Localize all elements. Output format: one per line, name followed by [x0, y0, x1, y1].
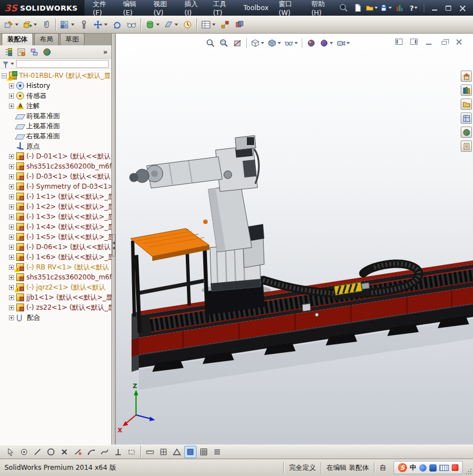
rotate-component-button[interactable]	[110, 17, 124, 32]
expander-icon[interactable]	[9, 214, 14, 220]
pane-left-button[interactable]	[394, 38, 404, 46]
expander-icon[interactable]	[9, 225, 14, 230]
menu-view[interactable]: 视图(V)	[148, 0, 179, 16]
resize-grip[interactable]	[464, 467, 472, 475]
dropdown-icon[interactable]	[294, 42, 298, 44]
tree-item-component[interactable]: shs351c2ss360200b_m6f(	[0, 161, 111, 171]
ruler-button[interactable]	[144, 446, 156, 458]
expander-icon[interactable]	[2, 73, 7, 78]
tree-item-component[interactable]: (-) 1<3> (默认<<默认>_显示	[0, 212, 111, 222]
section-view-button[interactable]	[231, 37, 243, 49]
expander-icon[interactable]	[9, 315, 14, 320]
insert-component-button[interactable]	[21, 17, 39, 32]
mate-button[interactable]	[39, 17, 53, 32]
new-motion-study-button[interactable]	[180, 17, 194, 32]
tree-item-history[interactable]: History	[0, 81, 111, 91]
expander-icon[interactable]	[9, 154, 14, 159]
spline-button[interactable]	[99, 446, 111, 458]
tree-item-component[interactable]: (-) zs22<1> (默认<默认_显	[0, 302, 111, 312]
erase-button[interactable]	[58, 446, 71, 458]
expander-icon[interactable]	[9, 104, 14, 109]
menu-help[interactable]: 帮助(H)	[306, 0, 338, 16]
language-mode-indicator[interactable]: 中	[410, 463, 416, 473]
model-scene[interactable]: Z X	[116, 34, 473, 445]
show-hidden-components-button[interactable]	[124, 17, 138, 32]
tree-item-right-plane[interactable]: 右视基准面	[0, 131, 111, 141]
dropdown-icon[interactable]	[34, 24, 37, 26]
point-button[interactable]	[18, 446, 30, 458]
help-button[interactable]: ?	[408, 2, 420, 14]
expander-icon[interactable]	[9, 285, 14, 290]
sogou-input-icon[interactable]: S	[398, 463, 407, 472]
expander-icon[interactable]	[9, 174, 14, 179]
pattern-grid-button[interactable]	[198, 446, 210, 458]
smart-fasteners-button[interactable]	[77, 17, 91, 32]
view-orientation-button[interactable]	[250, 37, 265, 49]
construction-rectangle-button[interactable]	[125, 446, 138, 458]
custom-menu-text[interactable]: 自	[374, 462, 391, 473]
menu-tools[interactable]: 工具(T)	[208, 0, 238, 16]
options-button[interactable]	[394, 2, 406, 14]
edit-component-button[interactable]	[2, 17, 20, 32]
dropdown-icon[interactable]	[346, 42, 350, 44]
dropdown-icon[interactable]	[261, 42, 264, 44]
zoom-to-area-button[interactable]	[218, 37, 230, 49]
tree-item-component[interactable]: shs351c2ss360200b_m6f(	[0, 272, 111, 282]
doc-restore-button[interactable]	[439, 38, 449, 46]
dropdown-icon[interactable]	[278, 42, 281, 44]
ime-punctuation-icon[interactable]	[429, 464, 437, 472]
menu-edit[interactable]: 编辑(E)	[118, 0, 149, 16]
configurationmanager-tab[interactable]	[29, 46, 40, 58]
edit-appearance-button[interactable]	[305, 37, 317, 49]
tree-item-component[interactable]: (-) D-01<1> (默认<<默认>_显	[0, 151, 111, 161]
tree-item-component[interactable]: (-) 1<6> (默认<<默认>_显示	[0, 252, 111, 262]
featuremanager-tree-tab[interactable]	[3, 46, 14, 58]
solidworks-resources-button[interactable]	[461, 71, 472, 82]
expander-icon[interactable]	[9, 204, 14, 209]
save-dropdown-icon[interactable]	[388, 7, 392, 9]
maximize-button[interactable]	[442, 3, 455, 13]
exploded-view-button[interactable]	[218, 17, 232, 32]
dropdown-icon[interactable]	[15, 24, 18, 26]
panel-more-button[interactable]: »	[103, 48, 109, 56]
menu-insert[interactable]: 插入(I)	[179, 0, 208, 16]
select-button[interactable]	[4, 446, 17, 458]
trim-entities-button[interactable]	[72, 446, 84, 458]
ime-mode-icon[interactable]	[419, 464, 427, 472]
circle-button[interactable]	[45, 446, 57, 458]
panel-splitter[interactable]	[112, 34, 116, 445]
view-palette-button[interactable]	[461, 113, 472, 124]
doc-minimize-button[interactable]	[424, 38, 434, 46]
shaded-sketch-contours-button[interactable]	[184, 446, 196, 458]
expander-icon[interactable]	[9, 235, 14, 240]
dropdown-icon[interactable]	[175, 24, 178, 26]
expander-icon[interactable]	[9, 83, 14, 88]
tree-item-front-plane[interactable]: 前视基准面	[0, 111, 111, 121]
tab-assembly[interactable]: 装配体	[2, 33, 33, 45]
menu-file[interactable]: 文件(F)	[88, 0, 118, 16]
line-format-button[interactable]	[211, 446, 223, 458]
tree-item-top-plane[interactable]: 上视基准面	[0, 121, 111, 131]
menu-window[interactable]: 窗口(W)	[274, 0, 306, 16]
new-document-button[interactable]	[352, 2, 364, 14]
expander-icon[interactable]	[9, 164, 14, 169]
ime-toolbox-icon[interactable]	[452, 464, 458, 471]
dropdown-icon[interactable]	[156, 24, 160, 26]
view-settings-button[interactable]	[335, 37, 351, 49]
expander-icon[interactable]	[9, 184, 14, 189]
interference-detection-button[interactable]	[232, 17, 246, 32]
tab-sketch[interactable]: 草图	[60, 33, 85, 45]
expander-icon[interactable]	[9, 194, 14, 199]
assembly-features-button[interactable]	[143, 17, 161, 32]
doc-close-button[interactable]	[454, 38, 464, 46]
file-explorer-button[interactable]	[461, 99, 472, 110]
arc-button[interactable]	[85, 446, 97, 458]
tree-item-component-warning[interactable]: (-) jqrz2<1> (默认<默认	[0, 282, 111, 292]
tree-item-component[interactable]: (-) D-03<1> (默认<<默认>_显	[0, 171, 111, 181]
dropdown-icon[interactable]	[212, 24, 216, 26]
expander-icon[interactable]	[9, 255, 14, 260]
propertymanager-tab[interactable]	[16, 46, 27, 58]
dropdown-icon[interactable]	[330, 42, 333, 44]
hide-show-items-button[interactable]	[283, 37, 299, 49]
tree-item-component[interactable]: (-) 1<5> (默认<<默认>_显示	[0, 232, 111, 242]
